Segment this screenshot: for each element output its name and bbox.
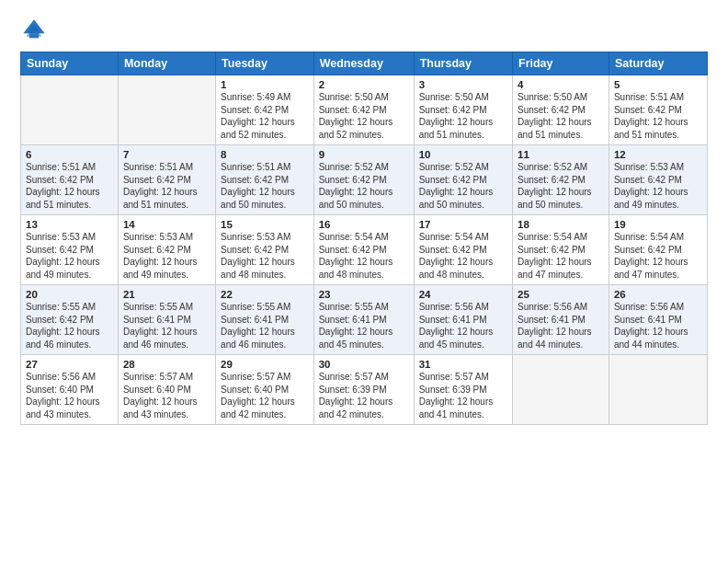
calendar-cell: 7Sunrise: 5:51 AMSunset: 6:42 PMDaylight… — [118, 145, 215, 215]
calendar-cell: 1Sunrise: 5:49 AMSunset: 6:42 PMDaylight… — [216, 75, 314, 145]
day-info: Sunrise: 5:56 AMSunset: 6:40 PMDaylight:… — [26, 371, 113, 420]
calendar-cell: 6Sunrise: 5:51 AMSunset: 6:42 PMDaylight… — [21, 145, 119, 215]
day-number: 4 — [518, 79, 604, 90]
calendar-cell: 20Sunrise: 5:55 AMSunset: 6:42 PMDayligh… — [21, 285, 119, 355]
calendar-cell: 18Sunrise: 5:54 AMSunset: 6:42 PMDayligh… — [513, 215, 609, 285]
day-number: 12 — [614, 149, 702, 160]
day-number: 10 — [419, 149, 507, 160]
day-info: Sunrise: 5:55 AMSunset: 6:41 PMDaylight:… — [319, 301, 409, 350]
day-number: 27 — [26, 359, 113, 370]
day-number: 29 — [221, 359, 309, 370]
day-number: 11 — [518, 149, 604, 160]
weekday-header-thursday: Thursday — [414, 52, 512, 75]
calendar-cell: 5Sunrise: 5:51 AMSunset: 6:42 PMDaylight… — [609, 75, 707, 145]
weekday-header-row: SundayMondayTuesdayWednesdayThursdayFrid… — [21, 52, 708, 75]
calendar-cell: 11Sunrise: 5:52 AMSunset: 6:42 PMDayligh… — [513, 145, 609, 215]
day-number: 20 — [26, 289, 113, 300]
day-info: Sunrise: 5:54 AMSunset: 6:42 PMDaylight:… — [419, 231, 507, 281]
week-row-2: 6Sunrise: 5:51 AMSunset: 6:42 PMDaylight… — [21, 145, 708, 215]
calendar-cell — [513, 355, 609, 425]
day-number: 7 — [123, 149, 210, 160]
day-number: 26 — [614, 289, 702, 300]
day-info: Sunrise: 5:57 AMSunset: 6:40 PMDaylight:… — [221, 371, 309, 420]
calendar-cell: 24Sunrise: 5:56 AMSunset: 6:41 PMDayligh… — [414, 285, 512, 355]
day-info: Sunrise: 5:52 AMSunset: 6:42 PMDaylight:… — [319, 161, 409, 211]
calendar-cell: 22Sunrise: 5:55 AMSunset: 6:41 PMDayligh… — [216, 285, 314, 355]
day-info: Sunrise: 5:51 AMSunset: 6:42 PMDaylight:… — [614, 91, 702, 141]
calendar-cell — [21, 75, 119, 145]
day-number: 13 — [26, 219, 113, 230]
day-number: 2 — [319, 79, 409, 90]
day-info: Sunrise: 5:57 AMSunset: 6:39 PMDaylight:… — [319, 371, 409, 420]
week-row-3: 13Sunrise: 5:53 AMSunset: 6:42 PMDayligh… — [21, 215, 708, 285]
day-info: Sunrise: 5:52 AMSunset: 6:42 PMDaylight:… — [518, 161, 604, 211]
day-number: 8 — [221, 149, 309, 160]
calendar-cell: 28Sunrise: 5:57 AMSunset: 6:40 PMDayligh… — [118, 355, 215, 425]
day-info: Sunrise: 5:57 AMSunset: 6:39 PMDaylight:… — [419, 371, 507, 420]
weekday-header-monday: Monday — [118, 52, 215, 75]
day-number: 15 — [221, 219, 309, 230]
svg-rect-2 — [29, 33, 39, 38]
calendar-cell: 17Sunrise: 5:54 AMSunset: 6:42 PMDayligh… — [414, 215, 512, 285]
calendar-cell: 27Sunrise: 5:56 AMSunset: 6:40 PMDayligh… — [21, 355, 119, 425]
day-info: Sunrise: 5:54 AMSunset: 6:42 PMDaylight:… — [319, 231, 409, 281]
calendar-cell: 13Sunrise: 5:53 AMSunset: 6:42 PMDayligh… — [21, 215, 119, 285]
day-number: 5 — [614, 79, 702, 90]
calendar-cell: 30Sunrise: 5:57 AMSunset: 6:39 PMDayligh… — [313, 355, 414, 425]
calendar-cell: 29Sunrise: 5:57 AMSunset: 6:40 PMDayligh… — [216, 355, 314, 425]
calendar-cell — [609, 355, 707, 425]
day-number: 30 — [319, 359, 409, 370]
day-number: 9 — [319, 149, 409, 160]
day-info: Sunrise: 5:51 AMSunset: 6:42 PMDaylight:… — [221, 161, 309, 211]
calendar-cell: 9Sunrise: 5:52 AMSunset: 6:42 PMDaylight… — [313, 145, 414, 215]
page: SundayMondayTuesdayWednesdayThursdayFrid… — [0, 0, 728, 563]
day-number: 28 — [123, 359, 210, 370]
calendar-cell: 16Sunrise: 5:54 AMSunset: 6:42 PMDayligh… — [313, 215, 414, 285]
calendar-cell: 4Sunrise: 5:50 AMSunset: 6:42 PMDaylight… — [513, 75, 609, 145]
calendar: SundayMondayTuesdayWednesdayThursdayFrid… — [20, 52, 708, 425]
day-number: 1 — [221, 79, 309, 90]
day-info: Sunrise: 5:50 AMSunset: 6:42 PMDaylight:… — [419, 91, 507, 141]
day-info: Sunrise: 5:54 AMSunset: 6:42 PMDaylight:… — [518, 231, 604, 281]
day-number: 14 — [123, 219, 210, 230]
calendar-cell: 26Sunrise: 5:56 AMSunset: 6:41 PMDayligh… — [609, 285, 707, 355]
day-info: Sunrise: 5:56 AMSunset: 6:41 PMDaylight:… — [518, 301, 604, 350]
day-info: Sunrise: 5:52 AMSunset: 6:42 PMDaylight:… — [419, 161, 507, 211]
day-info: Sunrise: 5:55 AMSunset: 6:42 PMDaylight:… — [26, 301, 113, 350]
day-info: Sunrise: 5:53 AMSunset: 6:42 PMDaylight:… — [221, 231, 309, 281]
day-info: Sunrise: 5:50 AMSunset: 6:42 PMDaylight:… — [518, 91, 604, 141]
calendar-cell: 12Sunrise: 5:53 AMSunset: 6:42 PMDayligh… — [609, 145, 707, 215]
calendar-cell: 15Sunrise: 5:53 AMSunset: 6:42 PMDayligh… — [216, 215, 314, 285]
day-info: Sunrise: 5:50 AMSunset: 6:42 PMDaylight:… — [319, 91, 409, 141]
day-number: 22 — [221, 289, 309, 300]
day-number: 25 — [518, 289, 604, 300]
calendar-cell: 10Sunrise: 5:52 AMSunset: 6:42 PMDayligh… — [414, 145, 512, 215]
day-number: 21 — [123, 289, 210, 300]
day-info: Sunrise: 5:55 AMSunset: 6:41 PMDaylight:… — [123, 301, 210, 350]
day-number: 16 — [319, 219, 409, 230]
day-info: Sunrise: 5:49 AMSunset: 6:42 PMDaylight:… — [221, 91, 309, 141]
calendar-cell: 3Sunrise: 5:50 AMSunset: 6:42 PMDaylight… — [414, 75, 512, 145]
day-info: Sunrise: 5:55 AMSunset: 6:41 PMDaylight:… — [221, 301, 309, 350]
day-info: Sunrise: 5:54 AMSunset: 6:42 PMDaylight:… — [614, 231, 702, 281]
day-number: 17 — [419, 219, 507, 230]
weekday-header-friday: Friday — [513, 52, 609, 75]
calendar-cell: 19Sunrise: 5:54 AMSunset: 6:42 PMDayligh… — [609, 215, 707, 285]
day-info: Sunrise: 5:53 AMSunset: 6:42 PMDaylight:… — [26, 231, 113, 281]
day-info: Sunrise: 5:56 AMSunset: 6:41 PMDaylight:… — [614, 301, 702, 350]
day-number: 19 — [614, 219, 702, 230]
calendar-cell: 2Sunrise: 5:50 AMSunset: 6:42 PMDaylight… — [313, 75, 414, 145]
logo-icon — [20, 17, 48, 44]
calendar-cell: 8Sunrise: 5:51 AMSunset: 6:42 PMDaylight… — [216, 145, 314, 215]
calendar-cell: 14Sunrise: 5:53 AMSunset: 6:42 PMDayligh… — [118, 215, 215, 285]
day-info: Sunrise: 5:51 AMSunset: 6:42 PMDaylight:… — [26, 161, 113, 211]
week-row-1: 1Sunrise: 5:49 AMSunset: 6:42 PMDaylight… — [21, 75, 708, 145]
day-number: 18 — [518, 219, 604, 230]
weekday-header-saturday: Saturday — [609, 52, 707, 75]
day-number: 3 — [419, 79, 507, 90]
calendar-cell — [118, 75, 215, 145]
logo — [20, 17, 51, 44]
week-row-4: 20Sunrise: 5:55 AMSunset: 6:42 PMDayligh… — [21, 285, 708, 355]
day-info: Sunrise: 5:51 AMSunset: 6:42 PMDaylight:… — [123, 161, 210, 211]
day-info: Sunrise: 5:56 AMSunset: 6:41 PMDaylight:… — [419, 301, 507, 350]
